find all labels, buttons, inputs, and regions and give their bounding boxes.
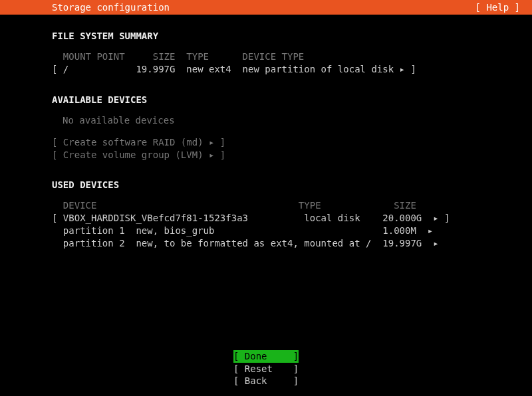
action-buttons: [ Done ] [ Reset ] [ Back ]: [0, 350, 532, 387]
device-row[interactable]: [ VBOX_HARDDISK_VBefcd7f81-1523f3a3 loca…: [52, 212, 480, 225]
main-content: FILE SYSTEM SUMMARY MOUNT POINT SIZE TYP…: [0, 15, 532, 250]
done-button[interactable]: [ Done ]: [233, 350, 299, 362]
available-devices-title: AVAILABLE DEVICES: [52, 94, 480, 105]
help-button[interactable]: [ Help ]: [475, 2, 520, 13]
back-button[interactable]: [ Back ]: [233, 375, 299, 387]
create-raid-action[interactable]: [ Create software RAID (md) ▸ ]: [52, 136, 480, 149]
used-devices-header: DEVICE TYPE SIZE: [52, 199, 480, 212]
partition-row-2[interactable]: partition 2 new, to be formatted as ext4…: [52, 237, 480, 250]
page-title: Storage configuration: [52, 2, 170, 13]
title-bar: Storage configuration [ Help ]: [0, 0, 532, 15]
reset-button[interactable]: [ Reset ]: [233, 363, 299, 375]
no-available-devices-text: No available devices: [52, 114, 480, 127]
file-system-summary-section: FILE SYSTEM SUMMARY MOUNT POINT SIZE TYP…: [52, 31, 480, 76]
fs-summary-title: FILE SYSTEM SUMMARY: [52, 31, 480, 41]
used-devices-section: USED DEVICES DEVICE TYPE SIZE [ VBOX_HAR…: [52, 179, 480, 250]
available-devices-section: AVAILABLE DEVICES No available devices […: [52, 94, 480, 161]
fs-summary-row[interactable]: [ / 19.997G new ext4 new partition of lo…: [52, 63, 480, 76]
partition-row-1[interactable]: partition 1 new, bios_grub 1.000M ▸: [52, 225, 480, 237]
used-devices-title: USED DEVICES: [52, 179, 480, 190]
fs-summary-header: MOUNT POINT SIZE TYPE DEVICE TYPE: [52, 50, 480, 63]
create-lvm-action[interactable]: [ Create volume group (LVM) ▸ ]: [52, 149, 480, 161]
